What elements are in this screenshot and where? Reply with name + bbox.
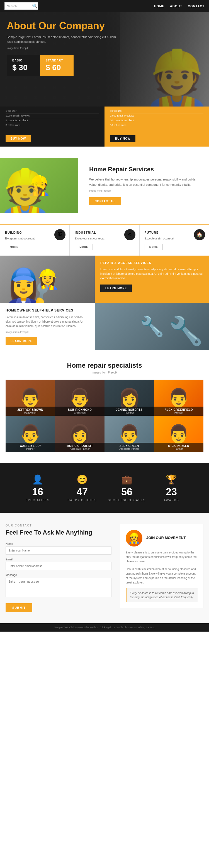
repair-title: Home Repair Services xyxy=(89,166,198,173)
specialist-role: Craftsman xyxy=(57,411,103,414)
basic-feature-4: 5 coffee cups xyxy=(6,123,99,127)
nav-home[interactable]: HOME xyxy=(154,4,164,8)
homeowner-content: HOMEOWNER SELF-HELP SERVICES Lorem ipsum… xyxy=(0,303,95,350)
homeowner-description: Lorem ipsum dolor sit amet, consectetur … xyxy=(6,315,89,329)
specialist-card: 👨 JEFFREY BROWN Handyman xyxy=(6,380,55,416)
stat-icon: 😊 xyxy=(60,474,105,485)
specialist-role: Partner xyxy=(8,447,53,450)
hero-image-source: Image from Freepik xyxy=(7,47,122,50)
search-box[interactable]: 🔍 xyxy=(4,2,38,10)
stat-icon: 💼 xyxy=(105,474,149,485)
hero-content: About Our Company Sample large text. Lor… xyxy=(0,12,128,84)
specialist-overlay: JEFFREY BROWN Handyman xyxy=(6,407,55,416)
specialist-name: ALEX GREENFIELD xyxy=(156,408,202,411)
specialist-role: Plumber xyxy=(156,411,202,414)
access-learn-more-button[interactable]: LEARN MORE xyxy=(100,284,132,292)
submit-button[interactable]: SUBMIT xyxy=(6,603,32,612)
email-input[interactable] xyxy=(6,562,111,570)
building-more-button[interactable]: MORE xyxy=(5,244,23,250)
specialist-role: Associate Partner xyxy=(107,447,152,450)
homeowner-title: HOMEOWNER SELF-HELP SERVICES xyxy=(6,308,89,312)
stat-item: 💼 56 SUCCESSFUL CASES xyxy=(105,474,149,502)
message-label: Message xyxy=(6,574,111,577)
specialist-overlay: WALTER LILLY Partner xyxy=(6,443,55,452)
repair-section: 👷 Home Repair Services We believe that h… xyxy=(0,147,209,224)
specialists-section: Home repair specialists Images from Free… xyxy=(0,350,209,463)
repair-content: Home Repair Services We believe that hom… xyxy=(78,158,209,213)
name-input[interactable] xyxy=(6,547,111,555)
standard-price: $ 60 xyxy=(46,63,68,72)
movement-quote: Every pleasure is to welcome pain avoide… xyxy=(126,588,198,602)
homeowner-worker-silhouette: 👷‍♀️ xyxy=(0,256,95,303)
standard-feature-2: 2,000 Email Previews xyxy=(110,114,203,118)
access-top-image: 👷‍♀️ xyxy=(0,256,95,303)
hero-description: Sample large text. Lorem ipsum dolor sit… xyxy=(7,35,122,44)
specialist-overlay: BOB RICHMOND Craftsman xyxy=(55,407,105,416)
specialist-role: Partner xyxy=(156,447,202,450)
contact-us-button[interactable]: CONTACT US xyxy=(89,197,121,205)
services-cards: 🏗 BUILDING Excepteur sint occaecat MORE … xyxy=(0,224,209,256)
specialist-card: 👨 BOB RICHMOND Craftsman xyxy=(55,380,105,416)
name-label: Name xyxy=(6,542,111,546)
repair-image: 👷 xyxy=(0,158,78,213)
stat-label: SPECIALISTS xyxy=(15,499,60,502)
access-yellow-title: REPAIR & ACCESS SERVICES xyxy=(100,261,203,265)
access-yellow-box: REPAIR & ACCESS SERVICES Lorem ipsum dol… xyxy=(95,256,209,303)
specialist-name: JEFFREY BROWN xyxy=(8,408,53,411)
industrial-more-button[interactable]: MORE xyxy=(75,244,93,250)
future-more-button[interactable]: MORE xyxy=(145,244,163,250)
specialist-overlay: MONICA POULIOT Associate Partner xyxy=(55,443,105,452)
basic-buy-col: BUY NOW xyxy=(0,130,105,147)
access-yellow-description: Lorem ipsum dolor sit amet, consectetur … xyxy=(100,267,203,281)
nav-contact[interactable]: CONTACT xyxy=(188,4,205,8)
basic-buy-button[interactable]: BUY NOW xyxy=(6,135,31,142)
basic-feature-1: 1 full user xyxy=(6,109,99,114)
search-input[interactable] xyxy=(7,4,32,8)
service-card-industrial: ⚙ INDUSTRIAL Excepteur sint occaecat MOR… xyxy=(70,225,139,256)
stat-item: 🏆 23 AWARDS xyxy=(149,474,194,502)
repair-description: We believe that homeownership encourages… xyxy=(89,177,198,187)
access-section: 👷‍♀️ HOMEOWNER SELF-HELP SERVICES Lorem … xyxy=(0,256,209,350)
homeowner-image-source: Images from Freepik xyxy=(6,331,89,334)
basic-feature-3: 5 contacts per client xyxy=(6,118,99,123)
nav: HOME ABOUT CONTACT xyxy=(154,4,205,8)
movement-title-text: JOIN OUR MOVEMENT xyxy=(146,536,186,541)
access-worker-silhouette: 🔧 xyxy=(95,303,209,350)
contact-label: OUR CONTACT xyxy=(6,524,111,527)
specialist-name: WALTER LILLY xyxy=(8,444,53,447)
homeowner-learn-button[interactable]: LEARN MORE xyxy=(6,337,37,345)
movement-text-1: Every pleasure is to welcome pain avoide… xyxy=(126,550,198,564)
nav-about[interactable]: ABOUT xyxy=(170,4,182,8)
standard-buy-col: BUY NOW xyxy=(105,130,209,147)
stat-number: 16 xyxy=(15,487,60,497)
specialist-role: Associate Partner xyxy=(57,447,103,450)
stat-number: 23 xyxy=(149,487,194,497)
standard-buy-button[interactable]: BUY NOW xyxy=(110,135,135,142)
email-form-group: Email xyxy=(6,558,111,570)
features-section: 1 full user 1,000 Email Previews 5 conta… xyxy=(0,106,209,130)
stat-label: HAPPY CLIENTS xyxy=(60,499,105,502)
specialist-role: Handyman xyxy=(8,411,53,414)
specialist-card: 👨 WALTER LILLY Partner xyxy=(6,416,55,452)
movement-title: JOIN OUR MOVEMENT xyxy=(146,536,186,540)
stat-number: 56 xyxy=(105,487,149,497)
specialist-overlay: JENNIE ROBERTS Plumber xyxy=(105,407,154,416)
specialist-card: 👨 ALEX GREENFIELD Plumber xyxy=(154,380,204,416)
name-form-group: Name xyxy=(6,542,111,555)
message-input[interactable] xyxy=(6,578,111,597)
contact-title: Feel Free To Ask Me Anything xyxy=(6,529,111,537)
specialist-card: 👩 MONICA POULIOT Associate Partner xyxy=(55,416,105,452)
specialist-name: BOB RICHMOND xyxy=(57,408,103,411)
contact-section: OUR CONTACT Feel Free To Ask Me Anything… xyxy=(0,513,209,623)
hero-title: About Our Company xyxy=(7,20,122,31)
basic-label: BASIC xyxy=(12,59,34,62)
stat-label: AWARDS xyxy=(149,499,194,502)
hero-section: About Our Company Sample large text. Lor… xyxy=(0,12,209,106)
specialist-name: ALEX GREEN xyxy=(107,444,152,447)
email-label: Email xyxy=(6,558,111,561)
movement-avatar: 👷 xyxy=(126,530,142,547)
standard-label: STANDART xyxy=(46,59,68,62)
contact-right: 👷 JOIN OUR MOVEMENT Every pleasure is to… xyxy=(120,524,203,612)
specialist-overlay: ALEX GREEN Associate Partner xyxy=(105,443,154,452)
search-icon: 🔍 xyxy=(32,3,37,9)
